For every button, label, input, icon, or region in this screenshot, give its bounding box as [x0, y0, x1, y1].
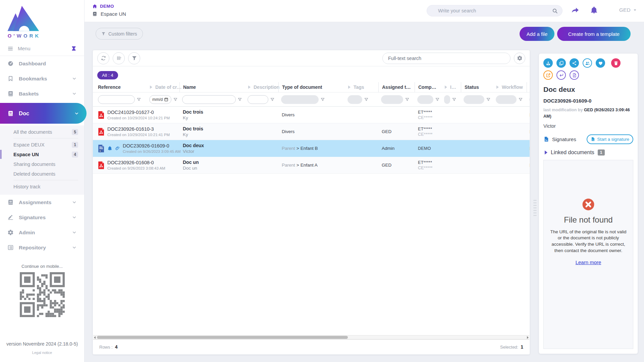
global-search-input[interactable] [427, 5, 562, 16]
download-button[interactable] [543, 58, 553, 68]
column-expand-icon[interactable] [248, 85, 251, 89]
sidebar-item-admin[interactable]: Admin [0, 225, 84, 240]
column-header-description[interactable]: Description [245, 82, 278, 92]
share-nodes-button[interactable] [570, 58, 579, 68]
heart-button[interactable] [596, 58, 605, 68]
column-header-workflow[interactable]: Workflow [493, 82, 527, 92]
funnel-outline-icon[interactable] [518, 97, 523, 102]
add-file-button[interactable]: Add a file [520, 27, 554, 41]
column-header-i[interactable]: I… [441, 82, 461, 92]
funnel-outline-icon[interactable] [452, 97, 457, 102]
scroll-left-arrow[interactable] [94, 336, 96, 339]
filter-input[interactable] [98, 95, 135, 104]
sidebar-subitem-sharing-documents[interactable]: Sharing documents [0, 159, 84, 169]
file-not-found-text: The URL of the original file is not vali… [548, 229, 628, 254]
sidebar-item-dashboard[interactable]: Dashboard [0, 56, 84, 71]
file-button[interactable] [570, 70, 579, 80]
date-filter-input[interactable]: mm/d [149, 95, 171, 104]
funnel-outline-icon[interactable] [486, 97, 491, 102]
menu-toggle[interactable]: Menu [0, 41, 84, 56]
signature-icon [7, 214, 14, 221]
funnel-outline-icon[interactable] [270, 97, 275, 102]
share-forward-icon[interactable] [571, 6, 579, 14]
return-button[interactable] [556, 70, 566, 80]
sidebar-item-bookmarks[interactable]: Bookmarks [0, 71, 84, 86]
users-button[interactable] [583, 58, 592, 68]
legal-notice-link[interactable]: Legal notice [0, 351, 84, 355]
scroll-right-arrow[interactable] [527, 336, 529, 339]
status-cell [461, 107, 493, 123]
column-header-comp[interactable]: Comp… [415, 82, 441, 92]
column-header-assigned-t[interactable]: Assigned t… [378, 82, 415, 92]
funnel-outline-icon[interactable] [137, 97, 141, 102]
refresh-button[interactable] [97, 52, 109, 64]
funnel-outline-icon[interactable] [173, 97, 178, 102]
sidebar-subitem-deleted-documents[interactable]: Deleted documents [0, 169, 84, 179]
column-header-reference[interactable]: Reference [93, 82, 147, 92]
column-header-status[interactable]: Status [461, 82, 493, 92]
sidebar-item-repository[interactable]: Repository [0, 240, 84, 255]
funnel-outline-icon[interactable] [435, 97, 440, 102]
copy-button[interactable] [556, 58, 566, 68]
sidebar-subitem-espace-deux[interactable]: Espace DEUX1 [0, 140, 84, 149]
table-row[interactable]: DOC230926-01610-3 Created on 10/29/2024 … [93, 123, 530, 140]
breadcrumb-home[interactable]: DEMO [92, 4, 126, 9]
start-signature-button[interactable]: Start a signature [587, 134, 633, 144]
column-expand-icon[interactable] [150, 85, 152, 89]
sidebar-item-signatures[interactable]: Signatures [0, 210, 84, 225]
linked-documents-toggle[interactable]: Linked documents 1 [543, 149, 633, 156]
chevron-down-icon [72, 215, 77, 220]
column-expand-icon[interactable] [348, 85, 351, 89]
type-cell: Parent>Enfant A [278, 157, 345, 173]
horizontal-scrollbar[interactable] [93, 335, 529, 340]
clipped-cell: E [527, 140, 530, 157]
sidebar-subitem-history-track[interactable]: History track [0, 182, 84, 191]
column-header-name[interactable]: Name [179, 82, 245, 92]
scrollbar-thumb[interactable] [97, 336, 348, 339]
sidebar-item-baskets[interactable]: Baskets [0, 86, 84, 101]
table-row[interactable]: DOC241029-01627-0 Created on 10/29/2024 … [93, 107, 530, 123]
search-icon[interactable] [552, 8, 558, 14]
chevron-down-icon [72, 245, 77, 250]
sidebar-item-label: Signatures [19, 215, 46, 221]
column-expand-icon[interactable] [496, 85, 499, 89]
filter-input[interactable] [182, 95, 236, 104]
signatures-label: Signatures [552, 136, 576, 142]
last-modification: last modification by GED (9/26/2023 3:09… [543, 107, 633, 120]
column-header-date-of-cr[interactable]: Date of cr… [147, 82, 179, 92]
column-header-y[interactable]: Y [527, 82, 530, 92]
all-count-badge[interactable]: All : 4 [97, 71, 118, 79]
learn-more-link[interactable]: Learn more [576, 259, 601, 265]
table-row[interactable]: w DOC230926-01609-0 Created on 9/26/2023… [93, 140, 530, 157]
custom-filters-button[interactable]: Custom filters [96, 28, 143, 40]
column-header-tags[interactable]: Tags [345, 82, 378, 92]
table-row[interactable]: DOC230926-01608-0 Created on 9/26/2023 3… [93, 157, 530, 174]
external-link-button[interactable] [543, 70, 553, 80]
sidebar-item-assignments[interactable]: Assignments [0, 195, 84, 210]
funnel-outline-icon[interactable] [405, 97, 410, 102]
calendar-icon[interactable] [164, 97, 168, 102]
filter-input[interactable] [248, 95, 268, 104]
columns-button[interactable] [113, 52, 125, 64]
funnel-outline-icon[interactable] [237, 97, 242, 102]
pin-icon[interactable] [71, 46, 77, 52]
sidebar-subitem-espace-un[interactable]: Espace UN4 [0, 149, 84, 159]
filter-button[interactable] [128, 52, 140, 64]
funnel-outline-icon[interactable] [364, 97, 369, 102]
funnel-outline-icon[interactable] [320, 97, 325, 102]
sidebar-subitem-all-the-documents[interactable]: All the documents5 [0, 127, 84, 137]
trash-button[interactable] [611, 58, 621, 68]
sidebar-item-doc[interactable]: Doc [0, 103, 87, 124]
column-header-type-of-document[interactable]: Type of document [278, 82, 345, 92]
create-template-button[interactable]: Create from a template [557, 27, 631, 41]
fulltext-search-input[interactable] [382, 53, 511, 64]
table-settings-button[interactable] [514, 53, 525, 64]
filter-cell-type-of-document [278, 93, 345, 106]
panel-resize-handle[interactable] [533, 199, 537, 217]
column-expand-icon[interactable] [445, 85, 447, 89]
filter-input-disabled [417, 95, 433, 104]
triangle-right-icon [545, 150, 547, 155]
bell-icon[interactable] [590, 6, 598, 14]
breadcrumb-space[interactable]: Espace UN [92, 11, 126, 17]
user-menu[interactable]: GED [619, 7, 637, 13]
